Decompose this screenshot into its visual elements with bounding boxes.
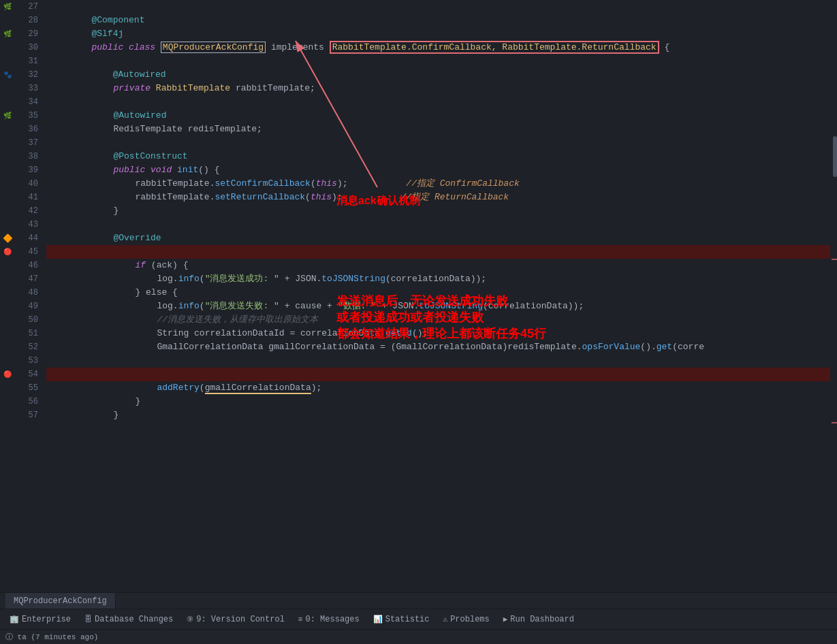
tab-run-dashboard[interactable]: ▶ Run Dashboard xyxy=(496,609,581,630)
code-line-34: @Autowired xyxy=(46,95,830,109)
code-line-36 xyxy=(46,123,830,136)
gutter-row-28 xyxy=(0,14,15,27)
statistic-icon: 📊 xyxy=(373,615,383,624)
gutter-row-52 xyxy=(0,340,15,354)
code-line-35: RedisTemplate redisTemplate; xyxy=(46,109,830,123)
tab-statistic-label: Statistic xyxy=(385,615,430,624)
line-num-51: 51 xyxy=(23,327,38,340)
gutter-icons: 🌿 🌿 🐾 🌿 🔶 🔴 xyxy=(0,0,15,592)
gutter-row-49 xyxy=(0,300,15,313)
file-tab-bar: MQProducerAckConfig xyxy=(0,592,837,609)
gutter-row-39 xyxy=(0,163,15,177)
tab-run-label: Run Dashboard xyxy=(510,615,574,624)
code-line-33 xyxy=(46,82,830,95)
gutter-row-32: 🐾 xyxy=(0,68,15,82)
minimap-highlight-2 xyxy=(832,422,837,423)
version-control-icon: ⑨ xyxy=(187,615,193,624)
line-num-36: 36 xyxy=(23,123,38,136)
gutter-row-27: 🌿 xyxy=(0,0,15,14)
file-tab-label: MQProducerAckConfig xyxy=(14,596,107,606)
line-num-31: 31 xyxy=(23,54,38,68)
tab-database-changes[interactable]: 🗄 Database Changes xyxy=(78,609,180,630)
gutter-row-35: 🌿 xyxy=(0,109,15,123)
gutter-row-50 xyxy=(0,313,15,327)
code-line-38: public void init() { xyxy=(46,150,830,163)
gutter-row-57 xyxy=(0,408,15,422)
line-num-47: 47 xyxy=(23,272,38,286)
code-line-41: } xyxy=(46,191,830,204)
line-num-49: 49 xyxy=(23,300,38,313)
line-num-52: 52 xyxy=(23,340,38,354)
line-num-33: 33 xyxy=(23,82,38,95)
gutter-row-40 xyxy=(0,177,15,191)
line-num-28: 28 xyxy=(23,14,38,27)
code-line-43: @Override xyxy=(46,218,830,231)
line-num-38: 38 xyxy=(23,150,38,163)
code-line-42 xyxy=(46,204,830,218)
code-line-45: if (ack) { xyxy=(46,245,830,259)
code-line-51: GmallCorrelationData gmallCorrelationDat… xyxy=(46,327,830,340)
editor-area: 🌿 🌿 🐾 🌿 🔶 🔴 xyxy=(0,0,837,644)
tab-enterprise[interactable]: 🏢 Enterprise xyxy=(3,609,78,630)
gutter-row-34 xyxy=(0,95,15,109)
file-tab-mq[interactable]: MQProducerAckConfig xyxy=(5,593,116,609)
gutter-row-48 xyxy=(0,286,15,300)
line-num-30: 30 xyxy=(23,41,38,54)
bean-icon-54: 🔴 xyxy=(3,370,12,379)
gutter-row-33 xyxy=(0,82,15,95)
gutter-row-38 xyxy=(0,150,15,163)
line-num-34: 34 xyxy=(23,95,38,109)
code-line-54: addRetry(gmallCorrelationData); xyxy=(46,368,830,381)
gutter-row-44: 🔶 xyxy=(0,231,15,245)
line-num-43: 43 xyxy=(23,218,38,231)
tab-version-label: 9: Version Control xyxy=(196,615,285,624)
tab-problems[interactable]: ⚠ Problems xyxy=(437,609,496,630)
line-num-35: 35 xyxy=(23,109,38,123)
line-num-42: 42 xyxy=(23,204,38,218)
gutter-row-41 xyxy=(0,191,15,204)
gutter-row-46 xyxy=(0,259,15,272)
line-num-54: 54 xyxy=(23,368,38,381)
gutter-row-55 xyxy=(0,381,15,395)
scrollbar-thumb[interactable] xyxy=(833,136,837,177)
line-num-37: 37 xyxy=(23,136,38,150)
bean-icon-27: 🌿 xyxy=(3,2,12,12)
code-line-48: log.info("消息发送失败: " + cause + "数据: " + J… xyxy=(46,286,830,300)
tab-problems-label: Problems xyxy=(450,615,490,624)
database-icon: 🗄 xyxy=(84,615,92,624)
code-container: 🌿 🌿 🐾 🌿 🔶 🔴 xyxy=(0,0,837,592)
bottom-tabs: 🏢 Enterprise 🗄 Database Changes ⑨ 9: Ver… xyxy=(0,609,837,629)
tab-database-label: Database Changes xyxy=(95,615,173,624)
code-line-29: public class MQProducerAckConfig impleme… xyxy=(46,27,830,41)
code-line-52 xyxy=(46,340,830,354)
line-num-32: 32 xyxy=(23,68,38,82)
code-line-32: private RabbitTemplate rabbitTemplate; xyxy=(46,68,830,82)
gutter-row-56 xyxy=(0,395,15,408)
gutter-row-30 xyxy=(0,41,15,54)
line-num-27: 27 xyxy=(23,0,38,14)
code-line-39: rabbitTemplate.setConfirmCallback(this);… xyxy=(46,163,830,177)
code-lines: @Component @Slf4j public class MQProduce… xyxy=(44,0,830,592)
run-icon: ▶ xyxy=(503,615,508,624)
line-num-55: 55 xyxy=(23,381,38,395)
line-num-48: 48 xyxy=(23,286,38,300)
gutter-row-45: 🔴 xyxy=(0,245,15,259)
vertical-scrollbar[interactable] xyxy=(830,0,837,592)
status-message: ⓘ ta (7 minutes ago) xyxy=(5,632,98,642)
code-line-27: @Component xyxy=(46,0,830,14)
gutter-row-42 xyxy=(0,204,15,218)
tab-messages[interactable]: ≡ 0: Messages xyxy=(291,609,366,630)
line-num-45: 45 xyxy=(23,245,38,259)
code-line-47: } else { xyxy=(46,272,830,286)
code-line-44: public void confirm(CorrelationData corr… xyxy=(46,231,830,245)
tab-enterprise-label: Enterprise xyxy=(22,615,71,624)
gutter-row-51 xyxy=(0,327,15,340)
line-num-40: 40 xyxy=(23,177,38,191)
tab-version-control[interactable]: ⑨ 9: Version Control xyxy=(180,609,291,630)
code-line-40: rabbitTemplate.setReturnCallback(this); … xyxy=(46,177,830,191)
tab-statistic[interactable]: 📊 Statistic xyxy=(366,609,437,630)
code-line-30 xyxy=(46,41,830,54)
line-num-44: 44 xyxy=(23,231,38,245)
gutter-row-43 xyxy=(0,218,15,231)
line-num-53: 53 xyxy=(23,354,38,368)
